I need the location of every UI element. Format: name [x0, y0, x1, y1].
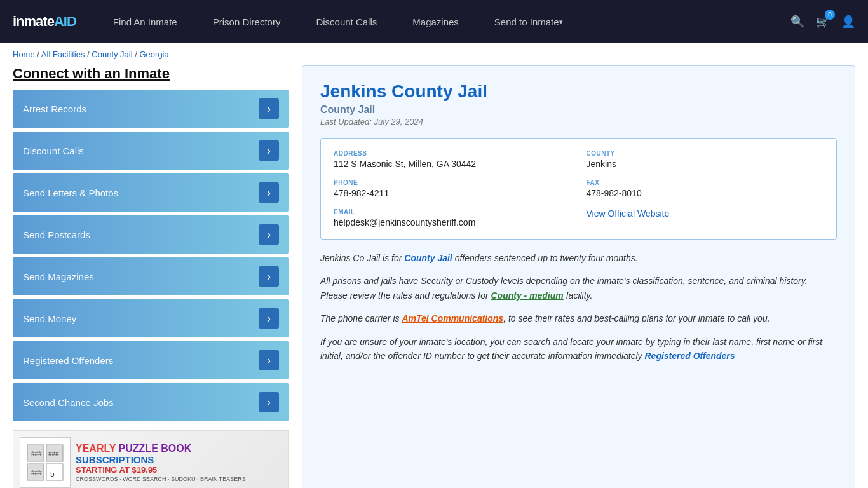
main-container: Connect with an Inmate Arrest Records › …: [0, 65, 868, 488]
sidebar: Connect with an Inmate Arrest Records › …: [13, 65, 289, 488]
breadcrumb-all-facilities[interactable]: All Facilities: [41, 50, 85, 59]
county-cell: COUNTY Jenkins: [587, 150, 824, 169]
desc-para-2: All prisons and jails have Security or C…: [320, 274, 837, 302]
sidebar-title: Connect with an Inmate: [13, 65, 289, 82]
nav-send-to-inmate[interactable]: Send to Inmate: [477, 0, 581, 43]
breadcrumb: Home / All Facilities / County Jail / Ge…: [0, 43, 868, 65]
search-icon[interactable]: 🔍: [790, 15, 804, 29]
sidebar-btn-registered-offenders[interactable]: Registered Offenders ›: [13, 341, 289, 379]
sidebar-btn-send-letters[interactable]: Send Letters & Photos ›: [13, 173, 289, 212]
header-icons: 🔍 🛒 0 👤: [790, 15, 855, 29]
breadcrumb-state[interactable]: Georgia: [139, 50, 168, 59]
arrow-icon: ›: [259, 308, 279, 329]
svg-text:###: ###: [48, 451, 59, 458]
logo[interactable]: inmateAID: [13, 13, 76, 30]
ad-puzzle-image: 5 ### ### ###: [20, 437, 71, 488]
address-cell: ADDRESS 112 S Masonic St, Millen, GA 304…: [334, 150, 571, 169]
phone-cell: PHONE 478-982-4211: [334, 179, 571, 198]
view-official-website-link[interactable]: View Official Website: [587, 208, 670, 219]
fax-cell: FAX 478-982-8010: [587, 179, 824, 198]
address-label: ADDRESS: [334, 150, 571, 157]
email-label: EMAIL: [334, 208, 571, 215]
county-jail-link[interactable]: County Jail: [404, 253, 452, 263]
county-label: COUNTY: [587, 150, 824, 157]
nav-prison-directory[interactable]: Prison Directory: [195, 0, 299, 43]
breadcrumb-county-jail[interactable]: County Jail: [92, 50, 132, 59]
arrow-icon: ›: [259, 140, 279, 161]
facility-detail: Jenkins County Jail County Jail Last Upd…: [302, 65, 855, 488]
website-cell: View Official Website: [587, 208, 824, 227]
cart-icon[interactable]: 🛒 0: [816, 15, 830, 29]
sidebar-btn-send-money[interactable]: Send Money ›: [13, 299, 289, 337]
site-header: inmateAID Find An Inmate Prison Director…: [0, 0, 868, 43]
desc-para-3: The phone carrier is AmTel Communication…: [320, 311, 837, 325]
cart-badge: 0: [825, 10, 835, 20]
nav-find-inmate[interactable]: Find An Inmate: [95, 0, 195, 43]
desc-para-4: If you are unsure of your inmate's locat…: [320, 335, 837, 363]
address-value: 112 S Masonic St, Millen, GA 30442: [334, 159, 571, 169]
last-updated: Last Updated: July 29, 2024: [320, 117, 837, 126]
arrow-icon: ›: [259, 392, 279, 412]
sidebar-btn-send-postcards[interactable]: Send Postcards ›: [13, 215, 289, 254]
desc-para-1: Jenkins Co Jail is for County Jail offen…: [320, 251, 837, 265]
sidebar-btn-second-chance[interactable]: Second Chance Jobs ›: [13, 383, 289, 421]
fax-value: 478-982-8010: [587, 188, 824, 198]
fax-label: FAX: [587, 179, 824, 186]
svg-text:###: ###: [31, 470, 42, 477]
arrow-icon: ›: [259, 98, 279, 119]
ad-banner[interactable]: 5 ### ### ### YEARLY PUZZLE BOOK SUBSCRI…: [13, 430, 289, 488]
arrow-icon: ›: [259, 182, 279, 203]
facility-info-grid: ADDRESS 112 S Masonic St, Millen, GA 304…: [320, 138, 837, 240]
main-nav: Find An Inmate Prison Directory Discount…: [95, 0, 790, 43]
arrow-icon: ›: [259, 350, 279, 370]
nav-magazines[interactable]: Magazines: [395, 0, 477, 43]
sidebar-btn-send-magazines[interactable]: Send Magazines ›: [13, 257, 289, 295]
arrow-icon: ›: [259, 266, 279, 287]
county-medium-link[interactable]: County - medium: [491, 290, 563, 301]
email-cell: EMAIL helpdesk@jenkinscountysheriff.com: [334, 208, 571, 227]
email-value: helpdesk@jenkinscountysheriff.com: [334, 217, 571, 227]
svg-text:5: 5: [50, 470, 55, 478]
svg-rect-3: [46, 464, 63, 480]
user-icon[interactable]: 👤: [841, 15, 855, 29]
sidebar-btn-arrest-records[interactable]: Arrest Records ›: [13, 90, 289, 128]
amtel-link[interactable]: AmTel Communications: [402, 313, 503, 323]
phone-value: 478-982-4211: [334, 188, 571, 198]
svg-text:###: ###: [31, 451, 42, 458]
ad-text: YEARLY PUZZLE BOOK SUBSCRIPTIONS STARTIN…: [76, 443, 246, 482]
county-value: Jenkins: [587, 159, 824, 169]
sidebar-btn-discount-calls[interactable]: Discount Calls ›: [13, 132, 289, 170]
registered-offenders-link[interactable]: Registered Offenders: [644, 351, 735, 361]
facility-name: Jenkins County Jail: [320, 81, 837, 102]
breadcrumb-home[interactable]: Home: [13, 50, 35, 59]
nav-discount-calls[interactable]: Discount Calls: [298, 0, 395, 43]
phone-label: PHONE: [334, 179, 571, 186]
arrow-icon: ›: [259, 224, 279, 245]
facility-type: County Jail: [320, 104, 837, 116]
